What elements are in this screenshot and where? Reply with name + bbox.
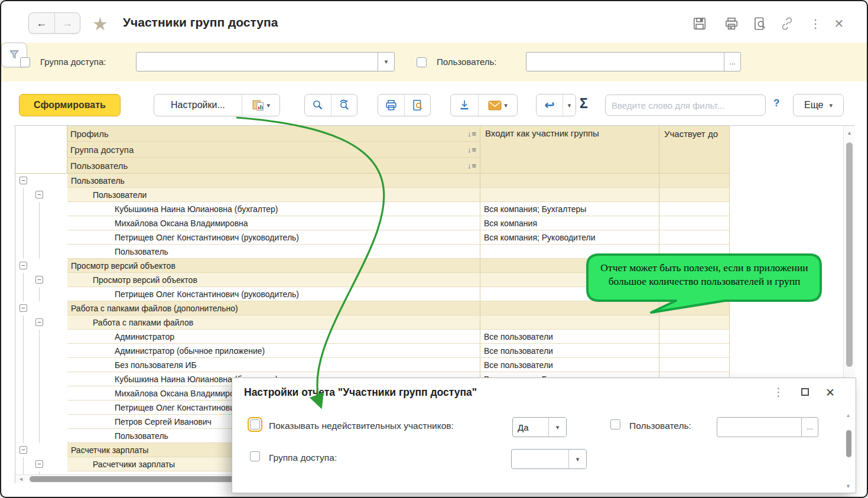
access-group-filter-input[interactable] — [136, 53, 378, 71]
cell-grouping: Пользователи — [67, 188, 480, 202]
table-row[interactable]: Администратор (обычное приложение)Все по… — [15, 344, 730, 358]
help-link[interactable]: ? — [773, 97, 779, 109]
dialog-scrollbar[interactable]: ▲ ▼ — [844, 412, 853, 492]
print-button[interactable] — [723, 15, 740, 32]
access-group-dropdown-button[interactable]: ▾ — [378, 53, 394, 71]
get-link-button[interactable] — [779, 15, 795, 32]
table-row[interactable]: Петрищев Олег Константинович (руководите… — [15, 230, 730, 245]
tree-collapse-toggle[interactable]: − — [35, 191, 43, 198]
dialog-scroll-thumb[interactable] — [846, 430, 851, 457]
dialog-user-checkbox[interactable] — [610, 419, 620, 429]
header-access-group[interactable]: Группа доступа ↓≡ — [67, 142, 480, 158]
cancel-search-button[interactable] — [331, 95, 357, 116]
dialog-user-input[interactable] — [717, 418, 801, 437]
table-row[interactable]: −Пользователь — [15, 174, 730, 188]
tree-collapse-toggle[interactable]: − — [19, 446, 27, 454]
more-menu-button[interactable]: ⋮ — [807, 15, 824, 32]
generate-report-button[interactable]: Сформировать — [19, 94, 121, 116]
preview-report-button[interactable] — [404, 95, 430, 116]
cell-grouping: Работа с папками файлов (дополнительно) — [67, 301, 480, 315]
report-variants-button[interactable]: ▾ — [242, 95, 279, 116]
annotation-bubble-text: Отчет может быть полезен, если в приложе… — [597, 261, 812, 288]
scroll-left-icon[interactable]: ◄ — [18, 476, 24, 482]
sort-icon[interactable]: ↓≡ — [467, 145, 476, 154]
user-filter-checkbox[interactable] — [417, 57, 427, 67]
sort-icon[interactable]: ↓≡ — [467, 161, 476, 170]
filter-bar: Группа доступа: ▾ Пользователь: ... — [1, 43, 867, 82]
scroll-up-icon[interactable]: ▲ — [846, 412, 851, 418]
tree-collapse-toggle[interactable]: − — [19, 304, 27, 312]
floppy-icon — [692, 16, 707, 31]
dialog-maximize-button[interactable] — [801, 388, 809, 396]
dialog-close-button[interactable]: ✕ — [825, 386, 835, 399]
print-button-group — [378, 94, 431, 116]
user-filter-field: ... — [526, 52, 741, 71]
chevron-down-icon: ▾ — [504, 102, 508, 109]
undo-button[interactable]: ↩ — [537, 95, 563, 116]
print-preview-button[interactable] — [752, 15, 768, 32]
user-filter-input[interactable] — [526, 53, 724, 71]
vertical-scroll-thumb[interactable] — [846, 142, 853, 367]
save-result-button[interactable] — [451, 95, 478, 116]
send-email-button[interactable]: ▾ — [478, 95, 517, 116]
table-row[interactable]: Михайлова Оксана ВладимировнаВся компани… — [15, 216, 730, 230]
sort-arrow-icon: ↓ — [467, 129, 472, 138]
header-profile[interactable]: Профиль ↓≡ — [67, 126, 480, 142]
cell-grouping: Просмотр версий объектов — [67, 259, 480, 273]
tree-gutter — [15, 230, 67, 245]
dialog-more-button[interactable]: ⋮ — [773, 385, 784, 399]
tree-collapse-toggle[interactable]: − — [19, 262, 27, 269]
user-choose-button[interactable]: ... — [724, 53, 740, 71]
scroll-up-icon[interactable]: ▲ — [847, 130, 852, 136]
user-filter-label: Пользователь: — [437, 57, 497, 67]
dialog-group-dropdown-button[interactable]: ▾ — [568, 450, 586, 468]
table-row[interactable]: −Пользователи — [15, 188, 730, 202]
show-invalid-dropdown-button[interactable]: ▾ — [548, 418, 566, 437]
back-icon: ← — [36, 17, 47, 30]
search-button[interactable] — [305, 95, 331, 116]
close-window-button[interactable]: ✕ — [831, 15, 847, 32]
header-until[interactable]: Участвует до — [659, 126, 730, 174]
dialog-group-checkbox[interactable] — [250, 451, 260, 461]
table-row[interactable]: АдминистраторВсе пользователи — [15, 330, 730, 344]
dialog-group-combo[interactable]: ▾ — [511, 449, 587, 469]
cell-grouping: Кубышкина Наина Юлиановна (бухгалтер) — [67, 202, 480, 216]
table-row[interactable]: Кубышкина Наина Юлиановна (бухгалтер)Вся… — [15, 202, 730, 216]
tree-collapse-toggle[interactable]: − — [35, 276, 43, 284]
forward-button[interactable]: → — [55, 13, 80, 33]
undo-button-group: ↩ ▾ — [536, 94, 576, 116]
close-icon: ✕ — [834, 17, 844, 31]
tree-collapse-toggle[interactable]: − — [35, 318, 43, 326]
cell-grouping: Просмотр версий объектов — [67, 273, 480, 287]
more-actions-button[interactable]: Еще▾ — [793, 94, 844, 116]
autosum-button[interactable]: Σ — [580, 96, 588, 112]
cell-grouping: Работа с папками файлов — [67, 315, 480, 330]
tree-collapse-toggle[interactable]: − — [35, 460, 43, 468]
tree-gutter — [15, 202, 67, 216]
access-group-filter-checkbox[interactable] — [20, 57, 30, 67]
back-button[interactable]: ← — [29, 13, 55, 33]
show-invalid-checkbox[interactable] — [250, 419, 260, 429]
save-button[interactable] — [691, 15, 708, 32]
undo-dropdown-button[interactable]: ▾ — [563, 95, 576, 116]
header-user[interactable]: Пользователь ↓≡ — [67, 158, 480, 174]
cell-member-of — [480, 174, 659, 188]
print-report-button[interactable] — [378, 95, 404, 116]
sort-arrow-icon: ↓ — [467, 145, 472, 154]
tree-collapse-toggle[interactable]: − — [19, 177, 27, 184]
favorite-star-icon[interactable]: ★ — [92, 14, 108, 34]
settings-button[interactable]: Настройки... — [154, 95, 242, 116]
tree-gutter: − — [15, 259, 67, 273]
close-icon: ✕ — [825, 386, 835, 399]
scroll-down-icon[interactable]: ▼ — [846, 483, 851, 489]
dialog-user-choose-button[interactable]: ... — [801, 418, 818, 437]
sort-icon[interactable]: ↓≡ — [467, 129, 476, 138]
cell-until — [659, 202, 730, 216]
header-member-of[interactable]: Входит как участник группы — [480, 126, 659, 174]
app-window: ← → ★ Участники групп доступа ⋮ ✕ Группа… — [0, 0, 868, 498]
table-row[interactable]: Без пользователя ИБВсе пользователи — [15, 358, 730, 372]
header-label: Профиль — [70, 129, 109, 139]
filter-word-input[interactable] — [605, 95, 766, 116]
report-settings-dialog: Настройки отчета "Участники групп доступ… — [232, 377, 856, 493]
show-invalid-combo[interactable]: Да ▾ — [512, 417, 567, 437]
